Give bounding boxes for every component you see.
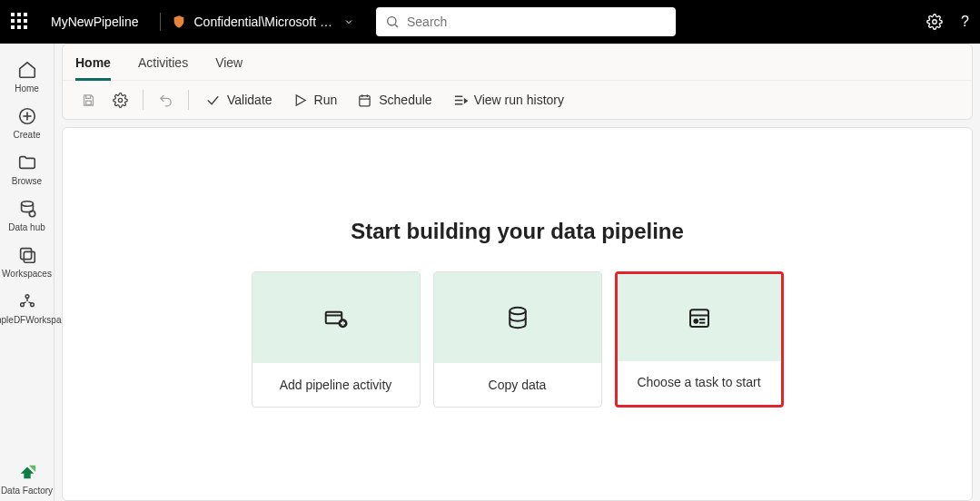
search-icon <box>385 15 400 29</box>
divider <box>160 13 161 31</box>
workspace-icon <box>17 291 37 311</box>
datafactory-icon <box>17 462 37 482</box>
settings-button[interactable] <box>107 89 134 112</box>
view-run-history-button[interactable]: View run history <box>445 89 571 112</box>
history-icon <box>452 93 468 108</box>
tab-activities[interactable]: Activities <box>138 44 188 81</box>
validate-button[interactable]: Validate <box>198 89 280 112</box>
canvas-title: Start building your data pipeline <box>351 219 684 244</box>
card-label: Copy data <box>434 363 601 407</box>
top-bar-right: ? <box>926 14 969 30</box>
folder-icon <box>17 152 37 172</box>
validate-label: Validate <box>227 93 272 107</box>
shield-icon <box>172 15 186 29</box>
help-icon[interactable]: ? <box>961 14 969 30</box>
calendar-icon <box>357 93 372 108</box>
workspaces-icon <box>17 245 37 265</box>
task-icon <box>686 304 713 331</box>
undo-button[interactable] <box>153 89 179 112</box>
datahub-icon <box>17 199 37 219</box>
card-copy-data[interactable]: Copy data <box>433 271 602 408</box>
svg-point-0 <box>388 17 396 25</box>
nav-datafactory[interactable]: Data Factory <box>0 455 54 501</box>
nav-home[interactable]: Home <box>0 53 54 99</box>
schedule-label: Schedule <box>379 93 431 107</box>
card-icon-area <box>434 272 601 363</box>
toolbar-divider <box>143 90 144 110</box>
card-label: Choose a task to start <box>618 361 781 403</box>
tab-view[interactable]: View <box>215 44 243 81</box>
chevron-down-icon[interactable] <box>343 16 354 27</box>
toolbar-divider <box>188 90 189 110</box>
svg-marker-15 <box>296 94 305 104</box>
svg-point-6 <box>21 201 33 207</box>
svg-point-29 <box>694 319 698 323</box>
nav-home-label: Home <box>15 84 39 93</box>
left-nav: Home Create Browse Data hub Workspaces S… <box>0 44 54 501</box>
nav-workspaces-label: Workspaces <box>2 269 52 279</box>
nav-sample-workspace[interactable]: SampleDFWorkspace <box>0 284 54 330</box>
svg-point-2 <box>933 20 937 25</box>
pipeline-name: MyNewPipeline <box>51 15 138 29</box>
nav-datafactory-label: Data Factory <box>1 486 53 496</box>
nav-datahub-label: Data hub <box>8 222 45 232</box>
svg-point-14 <box>118 98 122 102</box>
svg-rect-27 <box>690 309 708 327</box>
main-layout: Home Create Browse Data hub Workspaces S… <box>0 44 980 501</box>
svg-rect-9 <box>24 251 35 262</box>
run-button[interactable]: Run <box>285 89 345 112</box>
svg-marker-20 <box>464 99 467 103</box>
nav-workspaces[interactable]: Workspaces <box>0 238 54 284</box>
top-bar: MyNewPipeline Confidential\Microsoft … ? <box>0 0 980 44</box>
svg-rect-8 <box>20 249 31 260</box>
card-icon-area <box>618 274 781 361</box>
search-box[interactable] <box>376 7 676 36</box>
content-area: Home Activities View Validate <box>54 44 980 501</box>
cards-row: Add pipeline activity Copy data Choose a… <box>252 271 784 408</box>
plus-circle-icon <box>17 106 37 126</box>
run-label: Run <box>314 93 338 107</box>
play-icon <box>292 93 308 108</box>
svg-rect-13 <box>86 101 92 104</box>
undo-icon <box>158 93 173 108</box>
save-button[interactable] <box>75 89 102 112</box>
nav-datahub[interactable]: Data hub <box>0 192 54 238</box>
ribbon: Home Activities View Validate <box>62 44 973 120</box>
app-launcher-icon[interactable] <box>11 13 29 31</box>
history-label: View run history <box>474 93 564 107</box>
settings-icon[interactable] <box>926 14 943 30</box>
toolbar: Validate Run Schedule View run history <box>63 81 972 119</box>
card-icon-area <box>252 272 420 363</box>
tab-home[interactable]: Home <box>75 44 111 81</box>
nav-create[interactable]: Create <box>0 99 54 145</box>
search-input[interactable] <box>407 15 667 29</box>
svg-point-26 <box>510 308 526 315</box>
card-choose-task[interactable]: Choose a task to start <box>615 271 784 408</box>
nav-create-label: Create <box>13 130 40 140</box>
gear-icon <box>113 93 128 108</box>
svg-point-10 <box>25 295 29 299</box>
card-label: Add pipeline activity <box>252 363 420 407</box>
home-icon <box>17 60 37 80</box>
card-add-pipeline-activity[interactable]: Add pipeline activity <box>252 271 421 408</box>
database-icon <box>504 304 531 331</box>
pipeline-activity-icon <box>322 304 350 331</box>
nav-browse[interactable]: Browse <box>0 145 54 192</box>
confidential-label: Confidential\Microsoft … <box>193 15 332 29</box>
ribbon-tabs: Home Activities View <box>63 44 972 81</box>
schedule-button[interactable]: Schedule <box>350 89 439 112</box>
save-icon <box>81 93 96 108</box>
svg-rect-16 <box>360 95 370 105</box>
check-icon <box>205 93 221 108</box>
canvas: Start building your data pipeline Add pi… <box>62 127 973 501</box>
svg-line-1 <box>395 25 398 27</box>
nav-browse-label: Browse <box>12 176 42 186</box>
